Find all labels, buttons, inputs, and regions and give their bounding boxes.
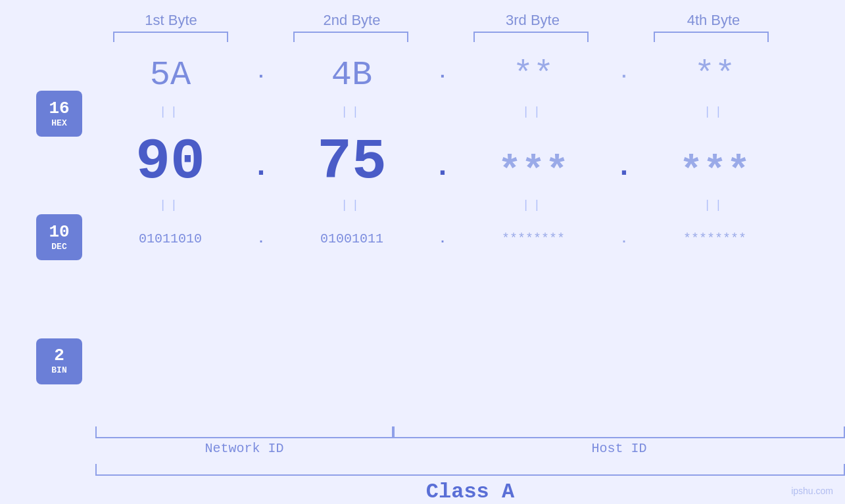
watermark: ipshu.com [791,486,833,496]
hex-byte-1: 5A [95,56,245,95]
hex-dot-3: . [608,62,640,88]
dec-dot-3: . [608,150,640,191]
badges-column: 16 HEX 10 DEC 2 BIN [0,49,95,426]
eq-2-2: || [277,198,427,212]
eq-row-2: || || || || [95,195,845,216]
top-bracket-2 [293,32,408,42]
eq-1-2: || [277,105,427,118]
top-bracket-3 [473,32,589,42]
eq-1-4: || [640,105,790,118]
bin-byte-4: ******** [640,231,790,246]
badge-dec-number: 10 [49,223,69,241]
bin-byte-3: ******** [458,231,608,246]
dec-byte-1: 90 [95,133,245,191]
dec-row: 90 . 75 . *** . *** [95,122,845,195]
badge-bin: 2 BIN [36,338,82,384]
eq-2-3: || [458,198,608,212]
byte-header-3: 3rd Byte [457,12,608,29]
hex-dot-2: . [427,62,458,88]
byte-header-1: 1st Byte [95,12,247,29]
badge-hex: 16 HEX [36,91,82,137]
bracket-network [95,426,393,438]
hex-byte-3: ** [458,56,608,95]
dec-byte-3: *** [458,152,608,191]
bin-dot-1: . [245,231,277,246]
host-id-label: Host ID [393,441,845,456]
content-section: 16 HEX 10 DEC 2 BIN 5A . 4B . ** . ** [0,49,845,426]
badge-hex-label: HEX [51,118,66,128]
byte-headers-row: 1st Byte 2nd Byte 3rd Byte 4th Byte [95,12,845,29]
class-bracket [95,464,845,476]
badge-dec-label: DEC [51,242,66,252]
page-container: 1st Byte 2nd Byte 3rd Byte 4th Byte 16 H… [0,0,845,504]
badge-bin-number: 2 [54,347,64,364]
nh-labels-row: Network ID Host ID [95,438,845,456]
badge-bin-label: BIN [51,365,66,375]
top-bracket-1 [113,32,228,42]
hex-byte-4: ** [640,56,790,95]
eq-row-1: || || || || [95,101,845,122]
byte-header-2: 2nd Byte [276,12,427,29]
bin-row: 01011010 . 01001011 . ******** . *******… [95,216,845,262]
top-brackets-row [95,32,845,42]
network-id-label: Network ID [95,441,393,456]
bin-dot-3: . [608,231,640,246]
hex-byte-2: 4B [277,56,427,95]
eq-1-3: || [458,105,608,118]
dec-byte-2: 75 [277,133,427,191]
hex-row: 5A . 4B . ** . ** [95,49,845,101]
data-content: 5A . 4B . ** . ** || || || || 90 [95,49,845,426]
hex-dot-1: . [245,62,277,88]
bottom-area: Network ID Host ID Class A [95,426,845,504]
bracket-host [393,426,845,438]
eq-2-1: || [95,198,245,212]
badge-hex-number: 16 [49,100,69,117]
bin-dot-2: . [427,231,458,246]
class-label: Class A [95,480,845,504]
badge-dec: 10 DEC [36,214,82,260]
bin-byte-2: 01001011 [277,231,427,246]
dec-byte-4: *** [640,152,790,191]
top-bracket-4 [654,32,769,42]
eq-2-4: || [640,198,790,212]
bin-byte-1: 01011010 [95,231,245,246]
eq-1-1: || [95,105,245,118]
bottom-brackets-nh [95,426,845,438]
byte-header-4: 4th Byte [638,12,789,29]
dec-dot-2: . [427,150,458,191]
dec-dot-1: . [245,150,277,191]
